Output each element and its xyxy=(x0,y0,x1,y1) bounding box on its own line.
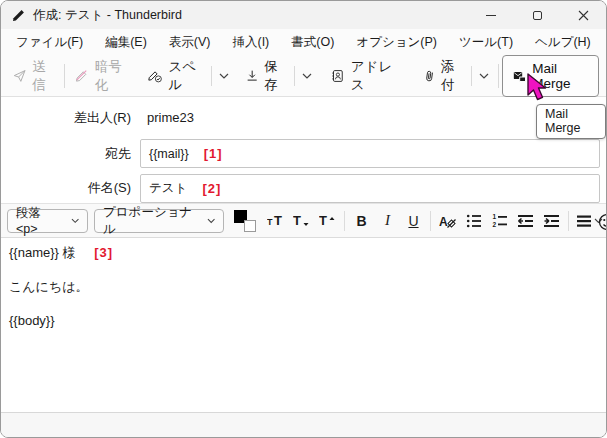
chevron-down-icon xyxy=(207,218,215,224)
compose-toolbar: 送信 暗号化 スペル 保存 アドレス 添付 xyxy=(1,56,606,97)
background-color-swatch xyxy=(244,220,256,232)
chevron-down-icon xyxy=(71,218,79,224)
svg-text:1: 1 xyxy=(492,213,496,220)
menu-options[interactable]: オプション(P) xyxy=(345,30,448,55)
window-title: 作成: テスト - Thunderbird xyxy=(33,7,182,24)
message-headers: 差出人(R) prime23 宛先 {{mail}} [1] 件名(S) テスト… xyxy=(1,97,606,203)
font-size-button[interactable]: TT xyxy=(263,208,288,234)
svg-text:2: 2 xyxy=(492,221,496,228)
formatting-toolbar: 段落 <p> プロポーショナル TT T T B I U A xyxy=(1,203,606,238)
maximize-button[interactable] xyxy=(514,1,560,29)
toolbar-separator xyxy=(64,64,65,88)
svg-text:T: T xyxy=(274,213,282,228)
from-label: 差出人(R) xyxy=(1,109,140,127)
chevron-down-icon xyxy=(302,73,312,79)
menu-format[interactable]: 書式(O) xyxy=(280,30,345,55)
close-icon xyxy=(578,10,589,21)
menu-help[interactable]: ヘルプ(H) xyxy=(524,30,602,55)
subject-input[interactable]: テスト [2] xyxy=(140,174,600,203)
chevron-down-icon xyxy=(219,73,229,79)
save-button[interactable]: 保存 xyxy=(239,53,294,99)
mail-merge-button[interactable]: Mail Merge xyxy=(502,55,599,97)
split-separator xyxy=(211,66,212,86)
mail-merge-tooltip: Mail Merge xyxy=(536,104,606,139)
attach-dropdown-button[interactable] xyxy=(473,65,495,87)
to-label: 宛先 xyxy=(1,145,140,163)
toolbar-separator xyxy=(498,64,499,88)
svg-text:T: T xyxy=(319,213,327,228)
subject-label: 件名(S) xyxy=(1,179,140,197)
close-button[interactable] xyxy=(560,1,606,29)
menu-file[interactable]: ファイル(F) xyxy=(5,30,94,55)
svg-text:T: T xyxy=(267,217,273,227)
compose-window: 作成: テスト - Thunderbird ファイル(F) 編集(E) 表示(V… xyxy=(0,0,607,438)
remove-formatting-button[interactable]: A xyxy=(435,208,460,234)
address-book-icon xyxy=(331,68,344,84)
paperclip-icon xyxy=(425,68,435,84)
font-face-select[interactable]: プロポーショナル xyxy=(94,209,224,233)
minimize-button[interactable] xyxy=(468,1,514,29)
window-controls xyxy=(468,1,606,29)
send-icon xyxy=(13,68,26,84)
from-row: 差出人(R) prime23 xyxy=(1,97,606,138)
format-separator xyxy=(430,211,431,231)
to-input[interactable]: {{mail}} [1] xyxy=(140,139,600,168)
save-icon xyxy=(246,68,258,84)
indent-button[interactable] xyxy=(539,208,564,234)
body-line: {{body}} xyxy=(9,312,598,329)
paragraph-style-select[interactable]: 段落 <p> xyxy=(7,209,88,233)
attach-button[interactable]: 添付 xyxy=(418,53,470,99)
increase-font-size-button[interactable]: T xyxy=(315,208,340,234)
encrypt-button[interactable]: 暗号化 xyxy=(68,53,135,99)
to-row: 宛先 {{mail}} [1] xyxy=(1,138,606,169)
encrypt-icon xyxy=(75,68,88,84)
split-separator xyxy=(294,66,295,86)
format-separator xyxy=(568,211,569,231)
smiley-button[interactable] xyxy=(598,213,606,235)
address-button[interactable]: アドレス xyxy=(324,53,403,99)
to-value: {{mail}} xyxy=(149,147,189,161)
menu-tools[interactable]: ツール(T) xyxy=(448,30,524,55)
message-body-editor[interactable]: {{name}} 様 [3] こんにちは。 {{body}} xyxy=(1,238,606,412)
status-bar xyxy=(1,412,606,437)
subject-value: テスト xyxy=(149,180,187,197)
menu-insert[interactable]: 挿入(I) xyxy=(221,30,280,55)
from-value[interactable]: prime23 xyxy=(147,110,194,125)
save-dropdown-button[interactable] xyxy=(296,65,318,87)
menu-view[interactable]: 表示(V) xyxy=(158,30,222,55)
mail-merge-icon xyxy=(513,69,526,84)
titlebar: 作成: テスト - Thunderbird xyxy=(1,1,606,29)
body-line: {{name}} 様 [3] xyxy=(9,244,598,261)
chevron-down-icon xyxy=(479,73,489,79)
smiley-icon xyxy=(598,213,606,231)
annotation-2: [2] xyxy=(202,181,221,196)
italic-button[interactable]: I xyxy=(375,208,400,234)
spell-button[interactable]: スペル xyxy=(141,53,210,99)
spell-dropdown-button[interactable] xyxy=(213,65,235,87)
spell-check-icon xyxy=(148,68,162,84)
bullet-list-button[interactable] xyxy=(461,208,486,234)
send-button[interactable]: 送信 xyxy=(6,53,61,99)
minimize-icon xyxy=(486,15,496,16)
annotation-3: [3] xyxy=(94,245,113,260)
format-separator xyxy=(344,211,345,231)
menu-bar: ファイル(F) 編集(E) 表示(V) 挿入(I) 書式(O) オプション(P)… xyxy=(1,29,606,56)
svg-text:T: T xyxy=(293,213,301,228)
compose-pencil-icon xyxy=(12,8,26,22)
menu-edit[interactable]: 編集(E) xyxy=(94,30,158,55)
numbered-list-button[interactable]: 12 xyxy=(487,208,512,234)
annotation-1: [1] xyxy=(204,146,223,161)
split-separator xyxy=(471,66,472,86)
decrease-font-size-button[interactable]: T xyxy=(289,208,314,234)
maximize-icon xyxy=(533,11,542,20)
outdent-button[interactable] xyxy=(513,208,538,234)
align-icon xyxy=(576,213,592,229)
bold-button[interactable]: B xyxy=(349,208,374,234)
underline-button[interactable]: U xyxy=(401,208,426,234)
svg-text:A: A xyxy=(439,214,448,228)
subject-row: 件名(S) テスト [2] xyxy=(1,173,606,203)
text-color-picker[interactable] xyxy=(234,210,256,232)
body-line: こんにちは。 xyxy=(9,278,598,295)
